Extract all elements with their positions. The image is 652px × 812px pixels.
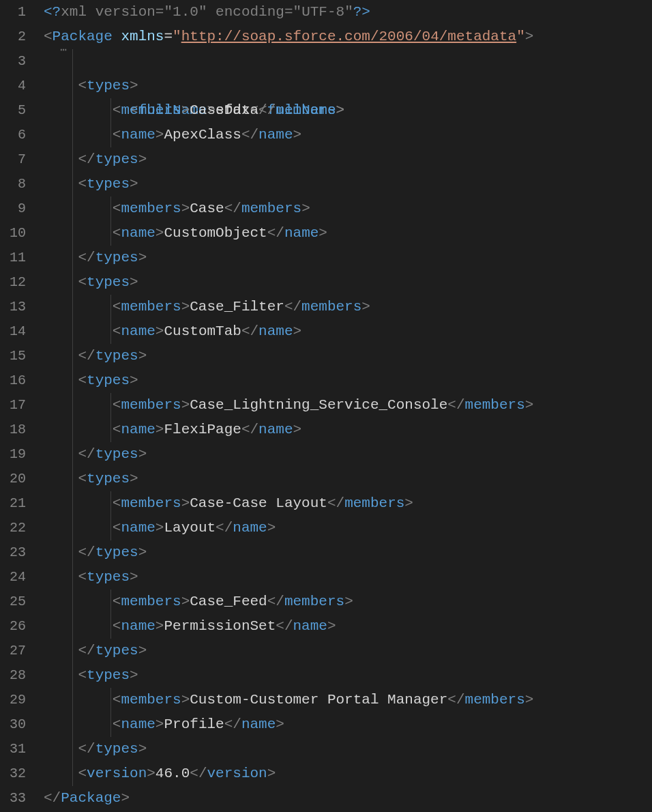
line-number: 14 — [0, 319, 44, 344]
bracket: </ — [44, 790, 61, 806]
line-number: 1 — [0, 0, 44, 25]
code-content[interactable]: </Package> — [44, 786, 652, 811]
code-line[interactable]: 11 </types> — [0, 246, 652, 270]
code-content[interactable]: <?xml version="1.0" encoding="UTF-8"?> — [44, 0, 652, 25]
indent-guide — [110, 221, 111, 246]
code-line[interactable]: 33</Package> — [0, 786, 652, 811]
code-content[interactable]: <types> — [44, 368, 652, 393]
code-content[interactable]: <types> — [44, 663, 652, 688]
line-number: 20 — [0, 467, 44, 491]
tag-name: name — [121, 716, 155, 732]
code-line[interactable]: 12 <types> — [0, 270, 652, 295]
code-content[interactable]: <version>46.0</version> — [44, 762, 652, 786]
indent-guide — [110, 197, 111, 221]
code-content[interactable]: <name>Profile</name> — [44, 712, 652, 737]
indent-guide — [72, 74, 73, 98]
code-content[interactable]: </types> — [44, 442, 652, 467]
members-value: Case_Filter — [190, 299, 284, 315]
tag-name: name — [233, 520, 267, 536]
code-line[interactable]: 16 <types> — [0, 368, 652, 393]
code-content[interactable]: <name>Layout</name> — [44, 516, 652, 540]
bracket: > — [155, 618, 164, 634]
code-line[interactable]: 10 <name>CustomObject</name> — [0, 221, 652, 246]
code-content[interactable]: <types> — [44, 74, 652, 98]
code-line[interactable]: 17 <members>Case_Lightning_Service_Conso… — [0, 393, 652, 418]
code-content[interactable]: <name>CustomObject</name> — [44, 221, 652, 246]
code-line[interactable]: 31 </types> — [0, 737, 652, 762]
indent-guide — [110, 295, 111, 319]
code-content[interactable]: <members>CaseData</members> — [44, 98, 652, 123]
code-content[interactable]: <Package xmlns="http://soap.sforce.com/2… — [44, 25, 652, 49]
bracket: > — [344, 594, 353, 609]
code-line[interactable]: 29 <members>Custom-Customer Portal Manag… — [0, 688, 652, 712]
code-line[interactable]: 20 <types> — [0, 467, 652, 491]
indent-guide — [72, 614, 73, 639]
code-line[interactable]: 15 </types> — [0, 344, 652, 368]
code-content[interactable]: <name>PermissionSet</name> — [44, 614, 652, 639]
code-content[interactable]: <types> — [44, 172, 652, 197]
code-line[interactable]: 28 <types> — [0, 663, 652, 688]
line-number: 9 — [0, 197, 44, 221]
code-line[interactable]: 7 </types> — [0, 147, 652, 172]
code-line[interactable]: 24 <types> — [0, 565, 652, 590]
code-line[interactable]: 32 <version>46.0</version> — [0, 762, 652, 786]
code-content[interactable]: <members>Custom-Customer Portal Manager<… — [44, 688, 652, 712]
members-value: Custom-Customer Portal Manager — [190, 692, 447, 708]
code-content[interactable]: <types> — [44, 467, 652, 491]
code-content[interactable]: <types> — [44, 565, 652, 590]
bracket: > — [155, 716, 164, 732]
code-content[interactable]: </types> — [44, 246, 652, 270]
code-content[interactable]: <members>Case_Filter</members> — [44, 295, 652, 319]
code-content[interactable]: </types> — [44, 147, 652, 172]
code-content[interactable]: <name>CustomTab</name> — [44, 319, 652, 344]
code-line[interactable]: 27 </types> — [0, 639, 652, 663]
code-line[interactable]: 21 <members>Case-Case Layout</members> — [0, 491, 652, 516]
code-line[interactable]: 3 ⋯ <fullName>sfdx</fullName> — [0, 49, 652, 74]
fold-indicator-icon[interactable]: ⋯ — [60, 48, 68, 53]
line-number: 27 — [0, 639, 44, 663]
bracket: </ — [258, 102, 276, 118]
code-line[interactable]: 2 <Package xmlns="http://soap.sforce.com… — [0, 25, 652, 49]
tag-name: name — [284, 225, 318, 241]
tag-members: members — [241, 201, 301, 216]
code-content[interactable]: <name>ApexClass</name> — [44, 123, 652, 147]
attr-xmlns: xmlns — [121, 29, 164, 44]
code-line[interactable]: 1 <?xml version="1.0" encoding="UTF-8"?> — [0, 0, 652, 25]
xmlns-url[interactable]: http://soap.sforce.com/2006/04/metadata — [181, 29, 516, 44]
indent-guide — [72, 344, 73, 368]
bracket: </ — [78, 348, 95, 364]
bracket: </ — [78, 741, 95, 757]
tag-types: types — [95, 446, 138, 462]
code-content[interactable]: </types> — [44, 737, 652, 762]
code-line[interactable]: 30 <name>Profile</name> — [0, 712, 652, 737]
version-val: "1.0" — [164, 4, 207, 20]
code-line[interactable]: 18 <name>FlexiPage</name> — [0, 418, 652, 442]
code-line[interactable]: 22 <name>Layout</name> — [0, 516, 652, 540]
code-line[interactable]: 19 </types> — [0, 442, 652, 467]
code-line[interactable]: 23 </types> — [0, 540, 652, 565]
line-number: 31 — [0, 737, 44, 762]
code-content[interactable]: </types> — [44, 639, 652, 663]
bracket: > — [525, 397, 534, 413]
indent-guide — [72, 639, 73, 663]
code-content[interactable]: </types> — [44, 344, 652, 368]
indent-guide — [110, 614, 111, 639]
code-content[interactable]: <members>Case-Case Layout</members> — [44, 491, 652, 516]
code-content[interactable]: <types> — [44, 270, 652, 295]
code-content[interactable]: <name>FlexiPage</name> — [44, 418, 652, 442]
code-line[interactable]: 26 <name>PermissionSet</name> — [0, 614, 652, 639]
code-line[interactable]: 5 <members>CaseData</members> — [0, 98, 652, 123]
code-line[interactable]: 25 <members>Case_Feed</members> — [0, 590, 652, 614]
code-content[interactable]: <members>Case</members> — [44, 197, 652, 221]
code-line[interactable]: 8 <types> — [0, 172, 652, 197]
code-line[interactable]: 6 <name>ApexClass</name> — [0, 123, 652, 147]
code-line[interactable]: 9 <members>Case</members> — [0, 197, 652, 221]
indent — [44, 594, 113, 609]
code-content[interactable]: <members>Case_Lightning_Service_Console<… — [44, 393, 652, 418]
code-content[interactable]: <members>Case_Feed</members> — [44, 590, 652, 614]
code-line[interactable]: 4 <types> — [0, 74, 652, 98]
code-content[interactable]: </types> — [44, 540, 652, 565]
code-line[interactable]: 14 <name>CustomTab</name> — [0, 319, 652, 344]
code-editor[interactable]: 1 <?xml version="1.0" encoding="UTF-8"?>… — [0, 0, 652, 812]
code-line[interactable]: 13 <members>Case_Filter</members> — [0, 295, 652, 319]
